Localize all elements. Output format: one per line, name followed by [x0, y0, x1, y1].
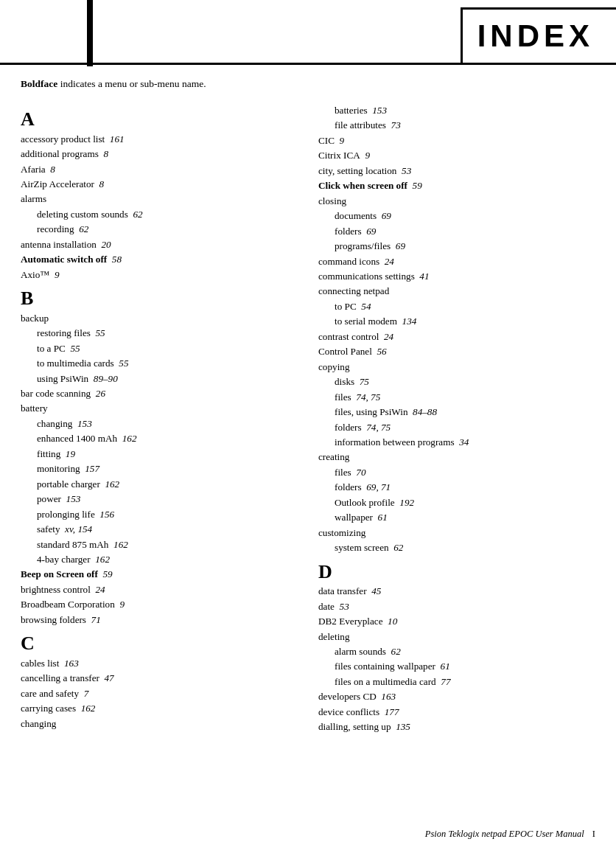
index-entry: data transfer 45	[318, 584, 595, 599]
index-entry: alarms	[21, 192, 298, 206]
index-entry: Control Panel 56	[318, 344, 595, 359]
letter-heading: D	[318, 562, 595, 583]
index-entry: deleting	[318, 630, 595, 644]
index-entry: disks 75	[318, 375, 595, 389]
index-entry: to serial modem 134	[318, 314, 595, 329]
index-entry: carrying cases 162	[21, 701, 298, 716]
index-entry: connecting netpad	[318, 284, 595, 299]
index-entry: using PsiWin 89–90	[21, 372, 298, 386]
index-entry: restoring files 55	[21, 326, 298, 341]
index-entry: power 153	[21, 492, 298, 506]
footer-page: I	[592, 829, 595, 839]
index-entry: changing	[21, 717, 298, 731]
index-entry: information between programs 34	[318, 435, 595, 450]
index-entry: wallpaper 61	[318, 510, 595, 525]
index-entry: fitting 19	[21, 447, 298, 462]
index-entry: safety xv, 154	[21, 522, 298, 537]
index-entry: files 70	[318, 465, 595, 480]
index-entry: antenna installation 20	[21, 237, 298, 252]
col-left: Aaccessory product list 161additional pr…	[21, 103, 298, 731]
index-entry: prolonging life 156	[21, 507, 298, 522]
index-entry: recording 62	[21, 222, 298, 237]
index-entry: developers CD 163	[318, 689, 595, 704]
index-entry: accessory product list 161	[21, 132, 298, 147]
index-entry: Click when screen off 59	[318, 178, 595, 193]
index-entry: changing 153	[21, 417, 298, 431]
index-entry: folders 69, 71	[318, 480, 595, 495]
letter-heading: B	[21, 288, 298, 310]
index-entry: files, using PsiWin 84–88	[318, 405, 595, 419]
index-entry: to a PC 55	[21, 341, 298, 356]
index-entry: care and safety 7	[21, 686, 298, 701]
index-entry: customizing	[318, 526, 595, 540]
index-entry: Beep on Screen off 59	[21, 567, 298, 582]
index-entry: cables list 163	[21, 656, 298, 671]
letter-heading: A	[21, 109, 298, 130]
index-title: INDEX	[477, 18, 594, 53]
index-entry: to multimedia cards 55	[21, 356, 298, 371]
index-entry: file attributes 73	[318, 118, 595, 133]
index-entry: batteries 153	[318, 103, 595, 118]
index-entry: date 53	[318, 599, 595, 614]
index-entry: cancelling a transfer 47	[21, 671, 298, 686]
index-entry: additional programs 8	[21, 147, 298, 161]
index-entry: device conflicts 177	[318, 705, 595, 720]
index-entry: closing	[318, 194, 595, 209]
col-right: batteries 153file attributes 73CIC 9Citr…	[318, 103, 595, 735]
index-entry: CIC 9	[318, 133, 595, 148]
index-entry: DB2 Everyplace 10	[318, 614, 595, 629]
index-entry: backup	[21, 311, 298, 326]
index-entry: communications settings 41	[318, 269, 595, 284]
index-entry: enhanced 1400 mAh 162	[21, 431, 298, 446]
index-columns: Aaccessory product list 161additional pr…	[21, 103, 595, 735]
header-left-bar	[87, 0, 93, 66]
index-entry: folders 74, 75	[318, 420, 595, 435]
index-entry: Afaria 8	[21, 162, 298, 177]
page-body: Boldface indicates a menu or sub-menu na…	[0, 65, 616, 765]
index-entry: battery	[21, 401, 298, 416]
index-entry: Broadbeam Corporation 9	[21, 597, 298, 612]
index-entry: command icons 24	[318, 254, 595, 269]
index-entry: standard 875 mAh 162	[21, 537, 298, 552]
index-entry: files on a multimedia card 77	[318, 675, 595, 689]
index-entry: Citrix ICA 9	[318, 148, 595, 163]
index-entry: copying	[318, 360, 595, 375]
boldface-note: Boldface indicates a menu or sub-menu na…	[21, 78, 595, 90]
index-entry: contrast control 24	[318, 330, 595, 344]
index-entry: bar code scanning 26	[21, 386, 298, 401]
index-entry: creating	[318, 450, 595, 464]
index-entry: Automatic switch off 58	[21, 252, 298, 267]
footer-text: Psion Teklogix netpad EPOC User Manual	[425, 829, 584, 839]
index-entry: 4-bay charger 162	[21, 552, 298, 567]
index-entry: browsing folders 71	[21, 613, 298, 627]
page-footer: Psion Teklogix netpad EPOC User Manual I	[425, 829, 595, 840]
index-entry: to PC 54	[318, 299, 595, 314]
index-entry: monitoring 157	[21, 462, 298, 476]
index-entry: system screen 62	[318, 540, 595, 555]
index-entry: programs/files 69	[318, 239, 595, 254]
index-entry: portable charger 162	[21, 477, 298, 492]
index-entry: files 74, 75	[318, 390, 595, 405]
index-entry: AirZip Accelerator 8	[21, 177, 298, 192]
index-entry: folders 69	[318, 224, 595, 239]
letter-heading: C	[21, 633, 298, 655]
index-entry: brightness control 24	[21, 582, 298, 597]
index-entry: dialling, setting up 135	[318, 720, 595, 734]
index-entry: Outlook profile 192	[318, 495, 595, 510]
index-entry: alarm sounds 62	[318, 644, 595, 659]
index-entry: Axio™ 9	[21, 268, 298, 282]
index-entry: files containing wallpaper 61	[318, 659, 595, 674]
index-entry: deleting custom sounds 62	[21, 207, 298, 222]
index-entry: documents 69	[318, 209, 595, 223]
index-entry: city, setting location 53	[318, 164, 595, 178]
index-title-box: INDEX	[461, 7, 616, 63]
page-header: INDEX	[0, 0, 616, 65]
